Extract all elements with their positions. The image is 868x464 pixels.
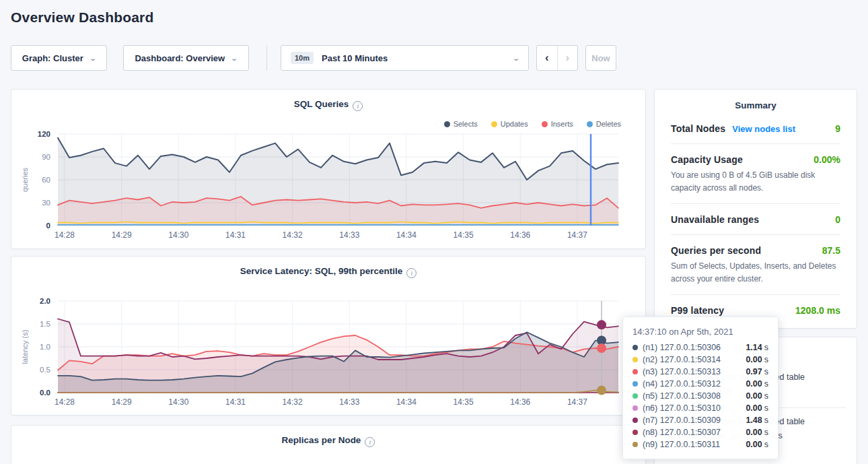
y-tick-label: 0.0 xyxy=(40,389,50,397)
x-tick-label: 14:34 xyxy=(396,397,417,407)
tooltip-node-value: 0.00 xyxy=(746,428,762,437)
x-tick-label: 14:37 xyxy=(567,230,587,240)
y-tick-label: 90 xyxy=(42,153,50,161)
tooltip-node-label: (n6) 127.0.0.1:50310 xyxy=(643,403,721,413)
tooltip-row: (n8) 127.0.0.1:503070.00s xyxy=(632,426,768,438)
tooltip-node-label: (n7) 127.0.0.1:50309 xyxy=(643,416,721,425)
tooltip-node-label: (n2) 127.0.0.1:50314 xyxy=(643,355,721,364)
sql-queries-chart[interactable]: 14:2814:2914:3014:3114:3214:3314:3414:35… xyxy=(11,125,647,253)
series-color-dot xyxy=(632,442,638,447)
tooltip-node-label: (n4) 127.0.0.1:50312 xyxy=(643,379,721,389)
y-tick-label: 30 xyxy=(42,199,50,207)
crosshair-dot xyxy=(597,320,606,329)
service-latency-panel: Service Latency: SQL, 99th percentilei 1… xyxy=(11,256,646,416)
tooltip-node-value: 0.00 xyxy=(746,440,762,449)
y-axis-label: queries xyxy=(21,167,29,192)
series-color-dot xyxy=(632,430,638,435)
crosshair-dot xyxy=(597,386,606,395)
qps-desc: Sum of Selects, Updates, Inserts, and De… xyxy=(671,260,840,285)
replicas-per-node-panel: Replicas per Nodei xyxy=(11,425,646,464)
sql-queries-panel: SQL Queriesi SelectsUpdatesInsertsDelete… xyxy=(11,89,646,249)
tooltip-row: (n7) 127.0.0.1:503091.48s xyxy=(632,414,768,426)
y-axis-label: latency (s) xyxy=(21,330,29,364)
x-tick-label: 14:29 xyxy=(112,230,132,240)
chart-hover-tooltip: 14:37:10 on Apr 5th, 2021 (n1) 127.0.0.1… xyxy=(622,317,779,459)
x-tick-label: 14:35 xyxy=(454,397,474,407)
series-color-dot xyxy=(632,345,638,350)
tooltip-row: (n4) 127.0.0.1:503120.00s xyxy=(632,378,768,390)
x-tick-label: 14:30 xyxy=(168,397,188,407)
tooltip-node-unit: s xyxy=(764,391,768,401)
time-range-badge: 10m xyxy=(291,52,314,64)
tooltip-node-value: 0.00 xyxy=(746,391,762,401)
x-tick-label: 14:32 xyxy=(283,397,303,407)
p99-latency-value: 1208.0 ms xyxy=(795,305,840,316)
tooltip-row: (n3) 127.0.0.1:503130.97s xyxy=(632,366,768,378)
series-color-dot xyxy=(632,357,638,362)
chevron-down-icon: ⌄ xyxy=(89,55,97,62)
series-color-dot xyxy=(632,369,638,374)
graph-dropdown[interactable]: Graph: Cluster ⌄ xyxy=(11,45,107,71)
chevron-down-icon: ⌄ xyxy=(230,55,238,62)
x-tick-label: 14:33 xyxy=(339,397,359,407)
view-nodes-list-link[interactable]: View nodes list xyxy=(732,124,795,134)
tooltip-node-value: 1.14 xyxy=(746,343,762,352)
time-forward-button[interactable]: › xyxy=(558,46,578,70)
y-tick-label: 1.5 xyxy=(40,320,50,328)
total-nodes-label: Total Nodes xyxy=(671,123,725,134)
tooltip-row: (n2) 127.0.0.1:503140.00s xyxy=(632,354,768,366)
now-button[interactable]: Now xyxy=(585,45,616,71)
time-range-dropdown[interactable]: 10m Past 10 Minutes ⌄ xyxy=(281,45,529,71)
summary-title: Summary xyxy=(671,90,840,113)
tooltip-node-unit: s xyxy=(764,379,768,389)
dashboard-dropdown[interactable]: Dashboard: Overview ⌄ xyxy=(123,45,249,71)
unavailable-ranges-value: 0 xyxy=(835,214,840,225)
sql-svg: 14:2814:2914:3014:3114:3214:3314:3414:35… xyxy=(11,125,647,250)
replicas-per-node-title: Replicas per Nodei xyxy=(11,435,645,447)
tooltip-node-label: (n9) 127.0.0.1:50311 xyxy=(643,440,720,449)
crosshair-dot xyxy=(597,343,606,353)
x-tick-label: 14:35 xyxy=(454,230,474,240)
graph-dropdown-label: Graph: Cluster xyxy=(22,53,83,63)
unavailable-ranges-label: Unavailable ranges xyxy=(671,214,759,225)
tooltip-timestamp: 14:37:10 on Apr 5th, 2021 xyxy=(632,327,768,337)
tooltip-node-unit: s xyxy=(764,367,768,376)
series-color-dot xyxy=(632,405,638,411)
x-tick-label: 14:32 xyxy=(283,230,303,240)
service-latency-title: Service Latency: SQL, 99th percentilei xyxy=(11,266,645,278)
p99-latency-label: P99 latency xyxy=(671,305,724,316)
tooltip-node-label: (n8) 127.0.0.1:50307 xyxy=(643,428,721,437)
info-icon[interactable]: i xyxy=(365,437,375,447)
summary-row-capacity: Capacity Usage 0.00% You are using 0 B o… xyxy=(671,144,840,204)
series-color-dot xyxy=(632,393,638,399)
tooltip-node-label: (n1) 127.0.0.1:50306 xyxy=(643,343,721,352)
y-tick-label: 60 xyxy=(42,176,50,184)
tooltip-row: (n1) 127.0.0.1:503061.14s xyxy=(632,341,768,354)
info-icon[interactable]: i xyxy=(353,101,363,111)
qps-label: Queries per second xyxy=(671,245,761,256)
x-tick-label: 14:33 xyxy=(339,230,359,240)
tooltip-node-unit: s xyxy=(764,440,768,449)
series-color-dot xyxy=(632,381,638,387)
x-tick-label: 14:28 xyxy=(55,230,75,240)
tooltip-node-unit: s xyxy=(764,403,768,413)
time-back-button[interactable]: ‹ xyxy=(537,46,558,70)
tooltip-node-label: (n5) 127.0.0.1:50308 xyxy=(643,391,721,401)
summary-row-unavailable: Unavailable ranges 0 xyxy=(671,204,840,235)
chevron-down-icon: ⌄ xyxy=(512,55,520,62)
tooltip-node-value: 1.48 xyxy=(746,416,762,425)
service-latency-chart[interactable]: 14:2814:2914:3014:3114:3214:3314:3414:35… xyxy=(11,292,647,420)
summary-row-total-nodes: Total Nodes View nodes list 9 xyxy=(671,113,840,144)
toolbar-divider xyxy=(266,45,267,71)
x-tick-label: 14:37 xyxy=(567,397,587,407)
tooltip-node-unit: s xyxy=(764,343,768,352)
tooltip-node-value: 0.97 xyxy=(746,367,762,376)
info-icon[interactable]: i xyxy=(406,268,417,278)
tooltip-node-label: (n3) 127.0.0.1:50313 xyxy=(643,367,721,376)
tooltip-node-value: 0.00 xyxy=(746,379,762,389)
x-tick-label: 14:28 xyxy=(55,397,75,407)
tooltip-node-unit: s xyxy=(764,428,768,437)
x-tick-label: 14:36 xyxy=(510,230,530,240)
y-tick-label: 120 xyxy=(38,130,50,138)
y-tick-label: 0 xyxy=(46,222,50,230)
